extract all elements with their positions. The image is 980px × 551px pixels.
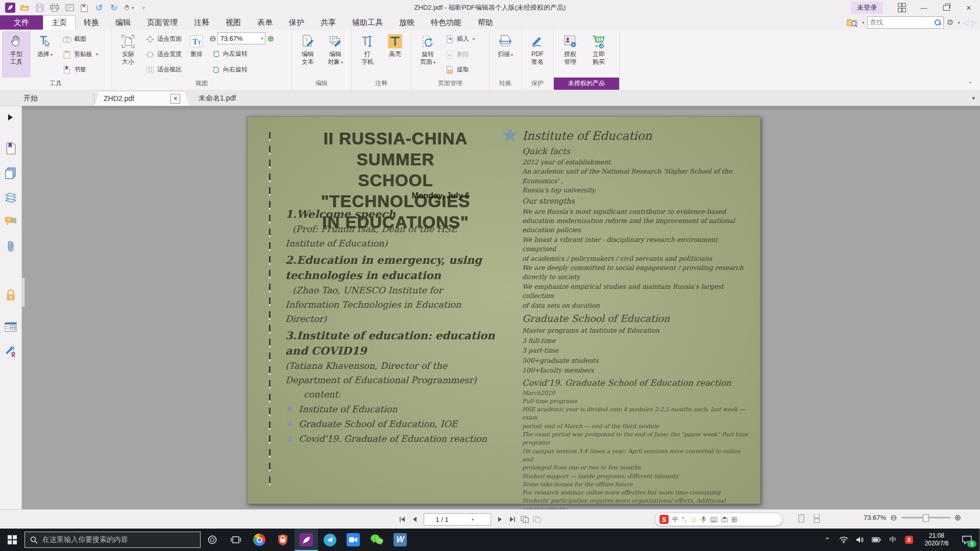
rotate-pages-button[interactable]: 旋转 页面▾ bbox=[413, 31, 442, 78]
open-file-button[interactable] bbox=[20, 3, 30, 13]
comments-panel-button[interactable] bbox=[4, 215, 17, 229]
punctuation-button[interactable]: °, bbox=[682, 516, 686, 523]
minimize-button[interactable]: — bbox=[913, 0, 935, 15]
previous-page-button[interactable] bbox=[408, 513, 421, 525]
scan-button[interactable]: 扫描▾ bbox=[492, 31, 519, 78]
sidebar-resize-handle[interactable] bbox=[21, 278, 25, 307]
taskbar-app-meeting[interactable] bbox=[341, 529, 365, 551]
expand-panel-icon[interactable] bbox=[8, 114, 13, 120]
ribbon-tab[interactable]: 表单 bbox=[249, 15, 281, 30]
voice-input-button[interactable] bbox=[701, 516, 706, 523]
highlight-button[interactable]: 高亮 bbox=[381, 31, 409, 78]
save-button[interactable] bbox=[35, 3, 45, 13]
zoom-slider-thumb[interactable] bbox=[923, 514, 929, 522]
hand-tool-button[interactable]: 手型 工具 bbox=[2, 31, 31, 78]
edit-text-button[interactable]: T 编辑 文本 bbox=[294, 31, 322, 78]
fit-page-button[interactable]: 适合页面 bbox=[143, 32, 184, 46]
hidden-icons-chevron[interactable]: ⌃ bbox=[820, 529, 835, 551]
buy-now-button[interactable]: 立即 购买 bbox=[584, 31, 613, 78]
ribbon-tab[interactable]: 转换 bbox=[76, 15, 107, 30]
search-icon[interactable] bbox=[935, 19, 941, 26]
taskbar-search-input[interactable]: 在这里输入你要搜索的内容 bbox=[24, 532, 201, 548]
find-input[interactable]: 查找 bbox=[867, 16, 944, 29]
taskbar-app-telegram[interactable] bbox=[318, 529, 341, 551]
next-page-button[interactable] bbox=[494, 513, 506, 525]
zoom-out-button[interactable]: ⊖ bbox=[890, 513, 897, 522]
snapshot-button[interactable] bbox=[519, 513, 531, 525]
chevron-down-icon[interactable]: ▾ bbox=[862, 20, 864, 25]
undo-button[interactable]: ↺ bbox=[94, 3, 104, 13]
redo-button[interactable]: ↻ bbox=[109, 3, 119, 13]
restore-window-button[interactable] bbox=[935, 0, 958, 15]
wifi-icon[interactable] bbox=[836, 529, 851, 551]
zoom-in-button[interactable]: ⊕ bbox=[954, 513, 961, 522]
tab-start[interactable]: 开始 bbox=[14, 91, 94, 106]
ribbon-tab[interactable]: 共享 bbox=[312, 15, 344, 30]
soft-keyboard-button[interactable] bbox=[710, 517, 718, 522]
extract-page-button[interactable]: 提取 bbox=[443, 63, 477, 77]
volume-icon[interactable] bbox=[852, 529, 868, 551]
last-page-button[interactable] bbox=[506, 513, 519, 525]
find-previous-button[interactable]: ◁ bbox=[963, 18, 968, 27]
taskbar-app-foxit-active[interactable] bbox=[295, 529, 318, 551]
clipboard-view-button[interactable] bbox=[531, 513, 543, 525]
search-folder-icon[interactable] bbox=[847, 18, 858, 27]
task-view-button[interactable] bbox=[224, 529, 248, 551]
zoom-out-button[interactable]: ⊖ bbox=[209, 34, 216, 43]
ime-mode-button[interactable]: 中 bbox=[672, 515, 678, 524]
sogou-logo-icon[interactable]: S bbox=[659, 515, 669, 524]
taskbar-app-chrome[interactable] bbox=[248, 529, 271, 551]
ribbon-tab[interactable]: 注释 bbox=[186, 15, 217, 30]
tab-document-active[interactable]: ZHD2.pdf ✕ bbox=[94, 91, 189, 106]
ime-indicator[interactable]: 中 bbox=[885, 529, 900, 551]
zoom-slider[interactable] bbox=[901, 517, 950, 518]
customize-qat-button[interactable]: ▿ bbox=[138, 3, 149, 13]
taskbar-app-wechat[interactable] bbox=[365, 529, 388, 551]
ribbon-tab[interactable]: 辅助工具 bbox=[344, 15, 391, 30]
fit-visible-button[interactable]: 适合视区 bbox=[143, 63, 184, 77]
rotate-left-button[interactable]: 向左旋转 bbox=[209, 47, 286, 61]
taskbar-app-wps[interactable]: W bbox=[388, 529, 412, 551]
find-next-button[interactable]: ▷ bbox=[971, 18, 977, 27]
clipboard-button[interactable]: 剪贴板 ▾ bbox=[60, 47, 100, 61]
zoom-in-button[interactable]: ⊕ bbox=[267, 34, 274, 43]
single-page-view-button[interactable] bbox=[796, 514, 806, 524]
reflow-button[interactable]: TT 重排 bbox=[185, 31, 208, 78]
bookmarks-panel-button[interactable] bbox=[4, 142, 17, 155]
rotate-right-button[interactable]: 向右旋转 bbox=[209, 63, 286, 77]
bookmark-button[interactable]: 书签 bbox=[60, 63, 100, 77]
close-button[interactable]: ✕ bbox=[958, 0, 980, 15]
ribbon-tab[interactable]: 页面管理 bbox=[139, 15, 186, 30]
toolbox-button[interactable] bbox=[721, 516, 728, 522]
security-panel-button[interactable] bbox=[4, 289, 17, 302]
page-number-input[interactable]: 1 / 1 ▾ bbox=[424, 513, 491, 525]
new-document-button[interactable] bbox=[79, 3, 89, 13]
layers-panel-button[interactable] bbox=[4, 191, 17, 204]
login-status-button[interactable]: 未登录 bbox=[851, 2, 883, 14]
ribbon-tab[interactable]: 帮助 bbox=[470, 15, 501, 30]
sogou-tray-icon[interactable]: S bbox=[901, 529, 917, 551]
insert-page-button[interactable]: 插入 ▾ bbox=[443, 32, 477, 46]
file-menu-button[interactable]: 文件 bbox=[0, 15, 43, 30]
gear-icon[interactable]: ⚙ bbox=[947, 18, 953, 27]
restore-layout-button[interactable] bbox=[890, 0, 913, 15]
emoji-button[interactable]: ☺ bbox=[690, 515, 697, 524]
tab-untitled[interactable]: 未命名1.pdf bbox=[189, 91, 269, 106]
fields-panel-button[interactable] bbox=[4, 320, 17, 334]
signatures-panel-button[interactable] bbox=[4, 345, 17, 358]
sogou-grid-button[interactable] bbox=[731, 517, 737, 522]
battery-icon[interactable] bbox=[869, 529, 884, 551]
collapse-ribbon-button[interactable]: ⌃ bbox=[968, 81, 973, 88]
continuous-view-button[interactable] bbox=[812, 514, 822, 524]
pdf-sign-button[interactable]: PDF 签名 bbox=[524, 31, 551, 78]
actual-size-button[interactable]: 实际 大小 bbox=[114, 31, 142, 78]
ribbon-tab[interactable]: 放映 bbox=[391, 15, 423, 30]
attachments-panel-button[interactable] bbox=[4, 240, 17, 253]
typewriter-button[interactable]: 打 字机 bbox=[354, 31, 381, 78]
print-button[interactable] bbox=[50, 3, 60, 13]
first-page-button[interactable] bbox=[396, 513, 408, 525]
ribbon-tab[interactable]: 主页 bbox=[43, 15, 76, 30]
zoom-level-input[interactable]: 73.67% ▾ bbox=[217, 32, 265, 44]
pages-panel-button[interactable] bbox=[4, 166, 17, 180]
license-management-button[interactable]: 授权 管理 bbox=[556, 31, 584, 78]
